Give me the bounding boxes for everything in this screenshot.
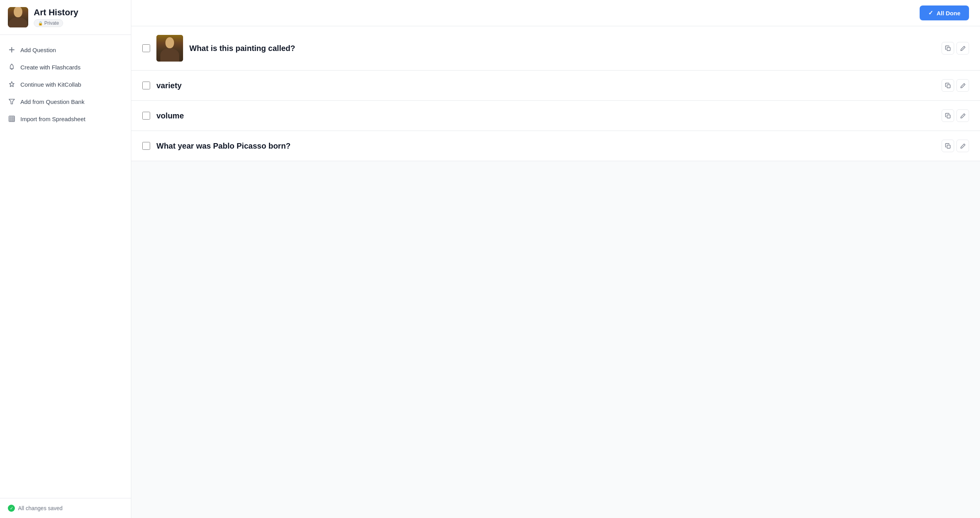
copy-button-2[interactable] (942, 79, 954, 92)
sidebar-item-label: Create with Flashcards (20, 64, 80, 71)
edit-button-2[interactable] (956, 79, 969, 92)
table-row: variety (131, 71, 980, 101)
copy-button-4[interactable] (942, 140, 954, 152)
table-row: What year was Pablo Picasso born? (131, 131, 980, 161)
question-actions-1 (942, 42, 969, 55)
question-text-4: What year was Pablo Picasso born? (156, 142, 935, 151)
question-checkbox-4[interactable] (142, 142, 150, 150)
sidebar-item-label: Add from Question Bank (20, 98, 84, 105)
sidebar-item-label: Continue with KitCollab (20, 81, 81, 88)
question-image-1 (156, 35, 183, 62)
checkmark-icon: ✓ (928, 9, 933, 16)
lock-icon: 🔒 (38, 21, 43, 25)
question-checkbox-3[interactable] (142, 112, 150, 120)
private-badge: 🔒 Private (34, 19, 63, 27)
sidebar-item-label: Import from Spreadsheet (20, 116, 85, 122)
question-text-2: variety (156, 81, 935, 90)
bell-icon (8, 63, 16, 71)
svg-rect-12 (947, 145, 950, 148)
sidebar-item-add-question[interactable]: Add Question (0, 41, 131, 58)
sidebar-footer: ✓ All changes saved (0, 498, 131, 518)
main-header: ✓ All Done (131, 0, 980, 26)
svg-rect-9 (947, 47, 950, 51)
sidebar-item-kitcollab[interactable]: Continue with KitCollab (0, 76, 131, 93)
svg-rect-11 (947, 115, 950, 118)
edit-button-1[interactable] (956, 42, 969, 55)
question-text-1: What is this painting called? (189, 44, 935, 53)
all-done-button[interactable]: ✓ All Done (920, 5, 969, 20)
copy-button-3[interactable] (942, 109, 954, 122)
table-row: volume (131, 101, 980, 131)
question-checkbox-1[interactable] (142, 44, 150, 52)
svg-rect-10 (947, 85, 950, 88)
sidebar-header: Art History 🔒 Private (0, 0, 131, 35)
sidebar-item-import-spreadsheet[interactable]: Import from Spreadsheet (0, 110, 131, 127)
main-content: ✓ All Done What is this painting called? (131, 0, 980, 518)
sidebar-item-question-bank[interactable]: Add from Question Bank (0, 93, 131, 110)
header-text: Art History 🔒 Private (34, 7, 78, 27)
svg-rect-4 (9, 116, 15, 122)
question-actions-4 (942, 140, 969, 152)
copy-button-1[interactable] (942, 42, 954, 55)
avatar (8, 7, 28, 27)
sidebar-item-create-flashcards[interactable]: Create with Flashcards (0, 58, 131, 76)
saved-text: All changes saved (18, 505, 63, 511)
edit-button-3[interactable] (956, 109, 969, 122)
question-text-3: volume (156, 111, 935, 120)
question-actions-2 (942, 79, 969, 92)
page-title: Art History (34, 7, 78, 18)
sidebar-item-label: Add Question (20, 47, 56, 53)
questions-list: What is this painting called? variety (131, 26, 980, 161)
sidebar: Art History 🔒 Private Add Question (0, 0, 131, 518)
svg-marker-3 (9, 99, 15, 104)
saved-checkmark-icon: ✓ (8, 505, 15, 512)
question-checkbox-2[interactable] (142, 82, 150, 89)
edit-button-4[interactable] (956, 140, 969, 152)
grid-icon (8, 115, 16, 123)
rocket-icon (8, 80, 16, 88)
plus-icon (8, 46, 16, 54)
question-actions-3 (942, 109, 969, 122)
table-row: What is this painting called? (131, 26, 980, 71)
filter-icon (8, 98, 16, 105)
sidebar-nav: Add Question Create with Flashcards Cont… (0, 35, 131, 498)
